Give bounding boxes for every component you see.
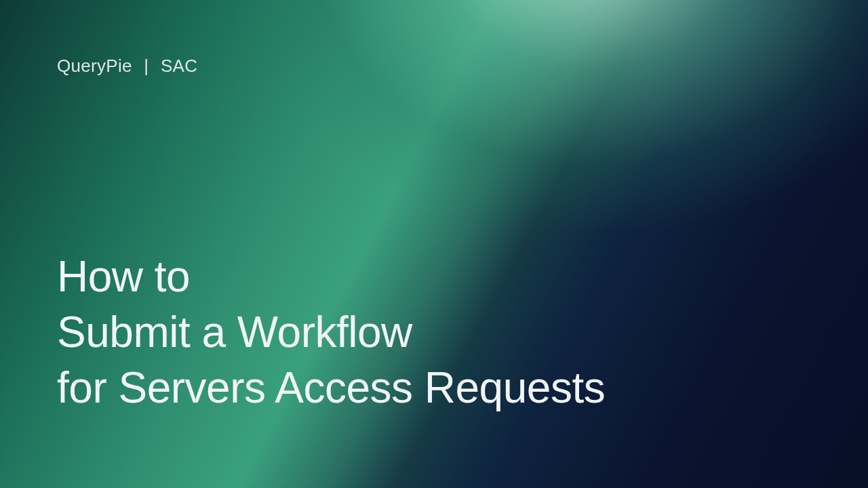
title-slide: QueryPie | SAC How to Submit a Workflow … — [0, 0, 868, 488]
breadcrumb-separator: | — [144, 56, 149, 77]
title-line-3: for Servers Access Requests — [57, 361, 605, 416]
breadcrumb-product: QueryPie — [57, 56, 132, 76]
title-line-1: How to — [57, 249, 605, 305]
slide-title: How to Submit a Workflow for Servers Acc… — [57, 249, 605, 416]
title-line-2: Submit a Workflow — [57, 305, 605, 361]
breadcrumb: QueryPie | SAC — [57, 56, 197, 77]
breadcrumb-section: SAC — [161, 56, 197, 76]
